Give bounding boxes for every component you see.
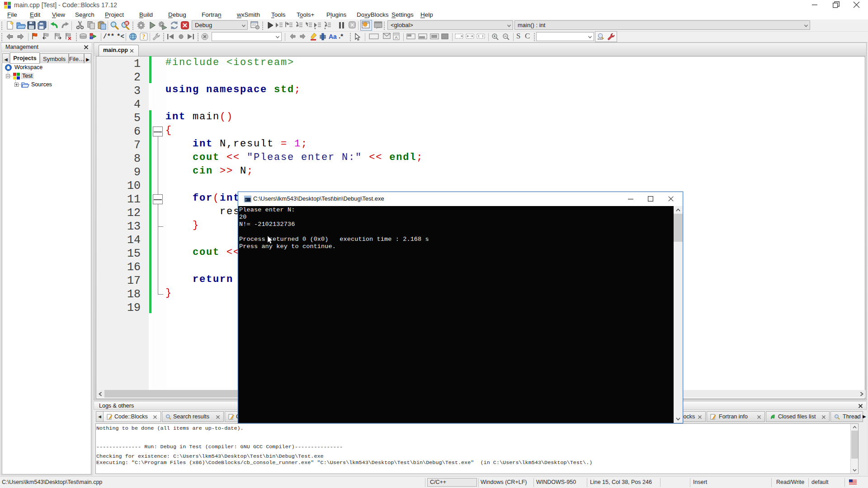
svg-text:R: R xyxy=(125,21,128,26)
svg-text:A: A xyxy=(395,35,397,40)
svg-text:?: ? xyxy=(142,33,146,40)
